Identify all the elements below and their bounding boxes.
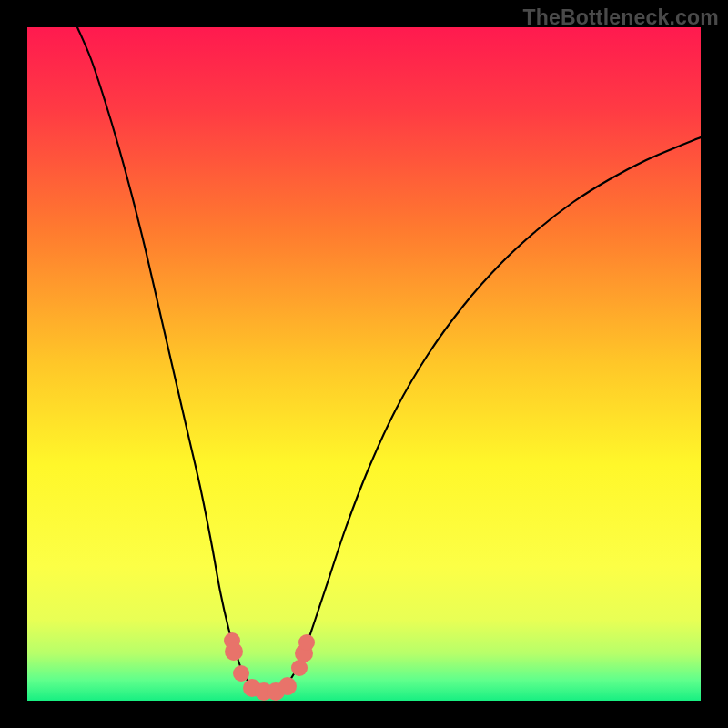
- curve-marker: [298, 634, 315, 651]
- watermark-label: TheBottleneck.com: [522, 5, 719, 30]
- curve-marker: [225, 642, 243, 661]
- curve-marker: [278, 677, 297, 695]
- curve-marker: [233, 665, 249, 682]
- chart-stage: TheBottleneck.com: [0, 0, 728, 728]
- gradient-background: [27, 27, 701, 701]
- bottleneck-chart: [27, 27, 701, 701]
- plot-area: [27, 27, 701, 701]
